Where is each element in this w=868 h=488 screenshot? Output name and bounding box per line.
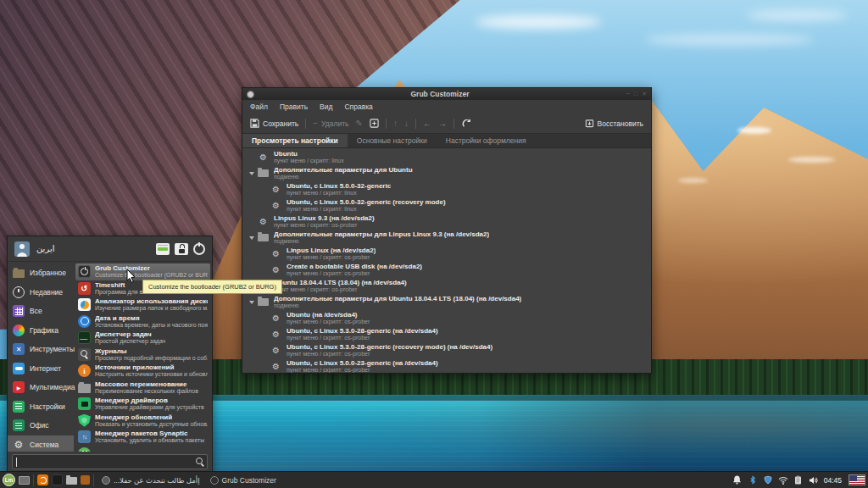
boot-entry-row[interactable]: ⚙Linpus Linux 9.3 (на /dev/sda2)пункт ме… [242,214,651,230]
terminal-icon[interactable] [52,474,63,485]
titlebar[interactable]: Grub Customizer ─ □ ✕ [242,88,651,100]
notifications-icon[interactable] [732,475,743,485]
refresh-icon[interactable] [461,119,471,129]
tab-2[interactable]: Основные настройки [348,134,437,147]
clock-icon [78,315,91,328]
sidebar-item-7[interactable]: ▶Мультимедиа [8,378,74,397]
sidebar-item-3[interactable]: Все [8,302,74,321]
grub-window-icon [210,476,219,485]
boot-entry-row[interactable]: ⚙Ubuntu, с Linux 5.0.0-32-generic (recov… [242,197,651,214]
move-left-icon[interactable]: ← [423,119,431,128]
menu-view[interactable]: Вид [320,103,332,111]
app-icon[interactable] [81,475,90,485]
entry-text: Linpus Linux 9.3 (на /dev/sda2)пункт мен… [274,214,375,229]
boot-entry-row[interactable]: ⚙Ubuntu, с Linux 5.0.0-32-genericпункт м… [242,181,651,197]
sidebar-item-6[interactable]: Интернет [8,359,74,379]
app-text: TimeshiftПрограмма для во [95,281,146,296]
expander-icon[interactable] [249,301,254,304]
app-item[interactable]: iИсточники приложенийНастроить источники… [75,363,210,380]
task-manager-icon [78,331,91,344]
boot-entry-row[interactable]: Дополнительные параметры для Ubuntuподме… [242,165,651,181]
tab-3[interactable]: Настройки оформления [437,134,536,147]
sidebar-item-1[interactable]: Избранное [8,263,74,283]
boot-entry-row[interactable]: ⚙Create a bootable USB disk (на /dev/sda… [242,262,651,278]
boot-entry-row[interactable]: ⚙Ubuntu (на /dev/sda4)пункт меню / скрип… [242,310,651,326]
app-item[interactable]: Дата и времяУстановка времени, даты и ча… [75,313,210,330]
entry-subtitle: пункт меню / скрипт: os-prober [287,367,438,373]
app-title: Журналы [95,347,208,355]
menu-button[interactable]: Lm [3,474,15,486]
shutdown-button[interactable] [193,243,205,255]
shield-icon[interactable] [763,475,773,485]
sidebar-item-2[interactable]: Недавние [8,283,74,302]
boot-entry-row[interactable]: ⚙Ubuntu, с Linux 5.0.0-23-generic (на /d… [242,358,651,373]
maximize-icon[interactable]: □ [634,91,637,97]
tab-1[interactable]: Просмотреть настройки [242,134,348,147]
app-item[interactable]: ↑↓Менеджер пакетов SynapticУстановить, у… [75,429,210,446]
save-button[interactable]: Сохранить [250,119,298,128]
app-subtitle: Изучение размера папок и свободного м... [95,305,208,312]
firefox-icon[interactable] [37,474,48,485]
entry-text: Дополнительные параметры для Ubuntuподме… [274,166,413,180]
app-item[interactable]: Массовое переименованиеПереименование не… [75,380,210,396]
app-item[interactable]: Менеджер обновленийПоказать и установить… [75,413,210,430]
sidebar-item-8[interactable]: Настройки [8,397,74,417]
bluetooth-icon[interactable] [748,475,758,485]
clipboard-icon[interactable] [793,475,804,485]
sidebar-item-9[interactable]: Офис [8,416,74,435]
search-input[interactable] [18,455,181,469]
boot-entry-row[interactable]: Дополнительные параметры для Ubuntu 18.0… [242,294,651,310]
close-icon[interactable]: ✕ [642,91,647,97]
expander-icon[interactable] [249,172,254,175]
app-item[interactable]: Анализатор использования дисковИзучение … [75,297,210,313]
edit-pencil-icon[interactable]: ✎ [356,119,363,128]
expander-icon[interactable] [249,236,254,240]
lock-screen-button[interactable] [156,243,170,255]
submenu-folder-icon [258,169,269,177]
entry-title: Дополнительные параметры для Ubuntu 18.0… [274,295,521,302]
move-up-icon[interactable]: ↑ [393,119,398,128]
software-manager-icon [78,447,91,452]
entry-title: Create a bootable USB disk (на /dev/sda2… [287,263,422,270]
favorites-icon [13,269,25,278]
app-title: Менеджер обновлений [95,413,208,421]
disk-usage-icon [78,298,91,311]
menu-file[interactable]: Файл [250,103,268,111]
boot-entry-row[interactable]: ⚙Ubuntu, с Linux 5.3.0-28-generic (recov… [242,342,651,358]
boot-entry-row[interactable]: Дополнительные параметры для Linpus Linu… [242,230,651,246]
search-box[interactable] [12,454,208,469]
entry-text: Linpus Linux (на /dev/sda2)пункт меню / … [287,247,376,261]
app-item[interactable]: Диспетчер задачПростой диспетчер задач [75,330,210,347]
volume-icon[interactable] [809,475,819,485]
app-title: Grub Customizer [95,264,208,272]
power-icon [78,265,91,278]
delete-button[interactable]: − Удалить [313,119,348,128]
app-item[interactable]: Grub CustomizerCustomize the bootloader … [75,263,210,280]
user-avatar[interactable] [14,241,30,257]
boot-entry-row[interactable]: ⚙Ubuntu, с Linux 5.3.0-28-generic (на /d… [242,326,651,342]
move-down-icon[interactable]: ↓ [404,119,409,128]
boot-entry-row[interactable]: ⚙Ubuntuпункт меню / скрипт: linux [242,149,651,165]
minimize-icon[interactable]: ─ [626,91,630,97]
show-desktop-button[interactable] [19,476,30,485]
move-right-icon[interactable]: → [438,119,447,128]
sidebar-item-4[interactable]: Графика [8,321,74,341]
app-item[interactable]: Менеджер драйверовУправление драйверами … [75,396,210,413]
app-item[interactable]: Менеджер программ [75,446,210,452]
app-title: Менеджер драйверов [95,396,204,404]
logout-button[interactable] [175,243,188,255]
boot-entry-row[interactable]: ⚙Linpus Linux (на /dev/sda2)пункт меню /… [242,246,651,262]
boot-entry-row[interactable]: ⚙Ubuntu 18.04.4 LTS (18.04) (на /dev/sda… [242,278,651,294]
restore-button[interactable]: Восстановить [585,119,643,128]
files-icon[interactable] [66,477,77,485]
sidebar-item-10[interactable]: ⚙Система [8,435,74,452]
add-entry-icon[interactable] [370,119,379,128]
network-icon[interactable] [778,475,788,485]
window-button[interactable]: Grub Customizer [206,474,281,487]
menu-edit[interactable]: Править [280,103,308,111]
keyboard-layout-flag[interactable] [849,474,865,485]
menu-help[interactable]: Справка [344,103,372,111]
app-item[interactable]: ЖурналыПросмотр подробной информации о с… [75,347,210,363]
window-button[interactable]: إأمل طالب تتحدث عن حفلا... [97,474,204,487]
sidebar-item-5[interactable]: ✕Инструменты [8,340,74,359]
